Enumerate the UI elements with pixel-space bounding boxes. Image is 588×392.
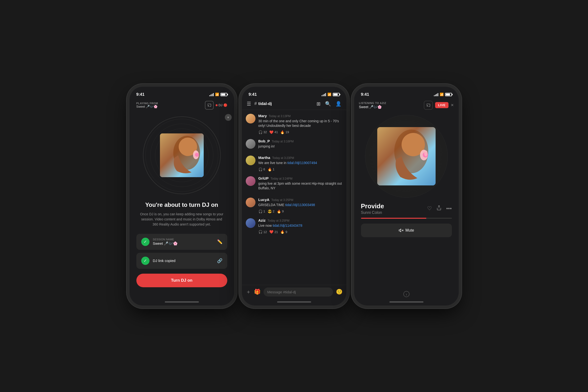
status-icons-3: 📶 [434,92,452,96]
avatar-bobp [246,139,256,149]
album-art-lg [377,127,436,186]
hash-icon: # [254,101,257,106]
battery-fill-2 [334,94,338,96]
chat-emoji-button[interactable]: 🙂 [336,289,342,295]
phone-dj-modal: 9:41 📶 PLAYING FROM Sweet 🎤🎶🌸 [130,87,234,306]
bar2 [210,94,211,96]
msg-link-martha[interactable]: tidal://dj/119007494 [287,161,317,165]
dj-modal-title: You're about to turn DJ on [145,202,218,208]
track-title: Provide [361,202,427,210]
bar4 [325,93,326,96]
bar3 [324,94,325,96]
msg-text-lucya: GRISELDA TIME tidal://dj/113003498 [258,203,342,208]
msg-text-aziz: Live now tidal://dj/114043478 [258,223,342,228]
reaction: ❤️ 41 [269,130,278,134]
msg-reactions-aziz: 🎧 12 ❤️ 21 🔥 9 [258,230,342,234]
avatar-mary [246,114,256,124]
bar1 [322,95,322,96]
status-icons-1: 📶 [209,92,227,96]
msg-time-bobp: Today at 3:16PM [272,140,294,143]
msg-content-griup: GriUP Today at 3:24PM going live at 3pm … [258,176,342,193]
msg-author-lucya: LucyA [258,198,270,202]
msg-header-aziz: Aziz Today at 3:25PM [258,218,342,222]
status-time-2: 9:41 [249,92,257,97]
msg-header-lucya: LucyA Today at 3:25PM [258,198,342,202]
msg-link-aziz[interactable]: tidal://dj/114043478 [273,224,302,228]
avatar-aziz [246,218,256,228]
chat-message-input[interactable] [264,288,333,296]
status-time-1: 9:41 [136,92,145,97]
more-icon[interactable]: ••• [446,205,452,212]
search-icon[interactable]: 🔍 [325,101,331,107]
msg-content-martha: Martha Today at 3:23PM We are live tune … [258,156,342,171]
reaction: 😎 2 [268,210,274,214]
vinyl-outer-lg [365,115,448,198]
phone-chat: 9:41 📶 ☰ # tidal-dj [242,87,346,306]
members-icon[interactable]: 👤 [336,101,342,107]
signal-bars-1 [209,93,214,96]
info-icon[interactable] [354,291,459,298]
cast-button-3[interactable] [424,101,433,110]
progress-bar-bg [361,218,452,219]
playing-from-title: Sweet 🎤🎶🌸 [136,105,158,108]
msg-time-lucya: Today at 3:25PM [271,198,293,202]
battery-icon-2 [333,93,340,96]
home-indicator-1 [165,301,199,302]
vinyl-outer [143,116,221,194]
msg-author-griup: GriUP [258,176,269,180]
reaction: ❤️ 21 [269,230,278,234]
session-name-item[interactable]: ✓ Session name Sweet 🎤🎶🌸 ✏️ [136,234,227,250]
close-modal-button[interactable]: × [225,114,232,121]
bar2 [435,94,436,96]
msg-header-bobp: Bob_P Today at 3:16PM [258,139,342,143]
status-bar-1: 9:41 📶 [130,87,234,99]
msg-content-bobp: Bob_P Today at 3:16PM jumping in! [258,139,342,151]
msg-text-bobp: jumping in! [258,144,342,149]
svg-point-5 [195,153,199,157]
msg-text-mary: 30 min of the one and only Cher coming u… [258,119,342,128]
chat-header-icons: ⊞ 🔍 👤 [316,101,342,107]
listening-session: Sweet 🎤🎶🌸 [359,105,424,109]
now-playing-info: Provide Sunni Colon ♡ ••• [354,202,459,215]
msg-link-lucya[interactable]: tidal://dj/113003498 [285,203,315,207]
settings-icon[interactable]: ⊞ [316,101,320,107]
msg-content-aziz: Aziz Today at 3:25PM Live now tidal://dj… [258,218,342,234]
dj-link-label: DJ link copied [153,258,214,263]
phone2-content: ☰ # tidal-dj ⊞ 🔍 👤 Mary [242,99,346,306]
msg-author-aziz: Aziz [258,218,266,222]
mute-label: Mute [406,228,414,232]
phones-container: 9:41 📶 PLAYING FROM Sweet 🎤🎶🌸 [130,87,459,306]
close-listener-button[interactable]: × [451,102,454,108]
cast-button-1[interactable] [205,101,214,110]
chat-add-button[interactable]: ＋ [246,288,251,296]
album-art-1 [160,134,204,177]
playing-from-left: PLAYING FROM Sweet 🎤🎶🌸 [136,102,158,108]
reaction: 🎧 1 [258,210,265,214]
playing-from-right: DJ 🔴 [205,101,227,110]
svg-point-12 [424,150,428,156]
dj-dot [216,104,218,106]
battery-fill-1 [221,94,226,96]
msg-reactions-martha: 🎧 6 🔥 1 [258,168,342,171]
link-check-icon: ✓ [141,257,150,265]
mute-button[interactable]: Mute [361,224,452,237]
heart-icon[interactable]: ♡ [427,205,432,212]
bar2 [323,94,324,96]
signal-bars-3 [434,93,438,96]
wifi-icon-1: 📶 [215,92,219,96]
msg-reactions-lucya: 🎧 1 😎 2 🔥 9 [258,210,342,214]
turn-dj-button[interactable]: Turn DJ on [136,274,227,287]
msg-time-mary: Today at 3:13PM [269,114,291,118]
chat-gift-button[interactable]: 🎁 [254,289,260,295]
bar1 [434,95,434,96]
message-item: GriUP Today at 3:24PM going live at 3pm … [246,176,342,193]
hamburger-icon[interactable]: ☰ [247,101,251,107]
share-icon[interactable] [436,205,442,212]
message-item: LucyA Today at 3:25PM GRISELDA TIME tida… [246,198,342,214]
listening-to: LISTENING TO AZIZ Sweet 🎤🎶🌸 [359,102,424,109]
reaction: 🎧 32 [258,130,267,134]
dj-link-item[interactable]: ✓ DJ link copied 🔗 [136,253,227,269]
msg-author-martha: Martha [258,156,270,160]
msg-content-lucya: LucyA Today at 3:25PM GRISELDA TIME tida… [258,198,342,214]
reaction: 🔥 1 [268,168,274,171]
